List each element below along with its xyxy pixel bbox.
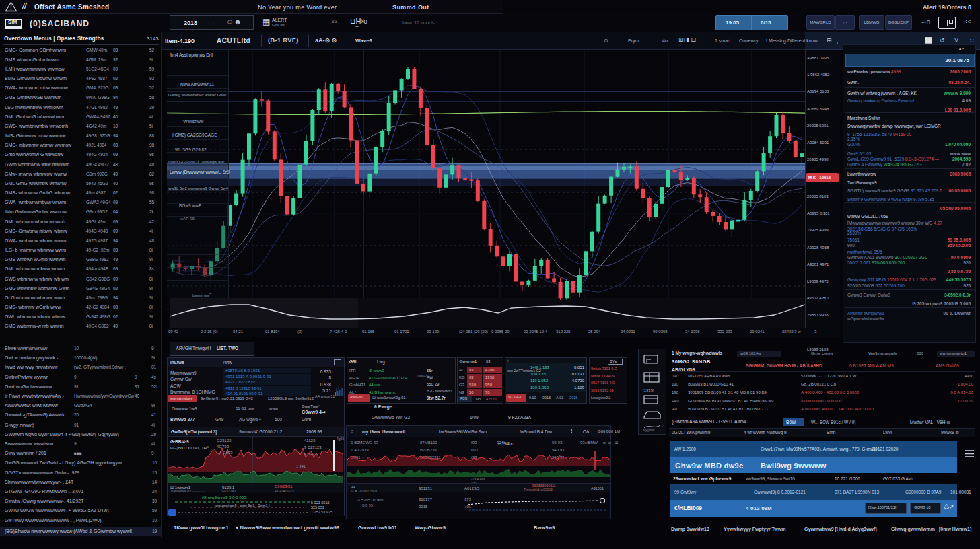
svg-text:Mygthw: Mygthw [643,428,655,432]
svg-text:[1939]: [1939] [643,388,654,392]
